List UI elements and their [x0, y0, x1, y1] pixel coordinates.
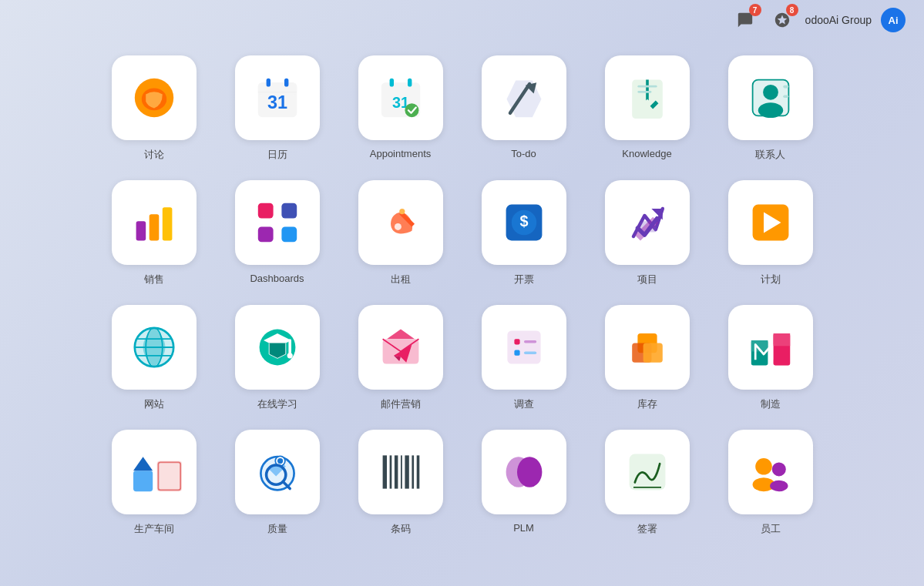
app-item-todo[interactable]: To-do	[470, 55, 578, 162]
user-avatar[interactable]: Ai	[881, 8, 906, 32]
svg-rect-27	[257, 226, 273, 242]
app-icon-calendar: 31	[235, 55, 320, 140]
svg-rect-65	[158, 462, 180, 490]
svg-point-20	[758, 102, 782, 118]
svg-point-30	[394, 223, 401, 230]
app-item-dashboards[interactable]: Dashboards	[223, 180, 331, 286]
app-icon-plan	[728, 180, 813, 265]
svg-rect-52	[524, 340, 536, 343]
app-icon-discuss	[112, 55, 197, 140]
app-label-rental: 出租	[391, 273, 411, 286]
messages-badge: 7	[749, 4, 761, 16]
app-item-email[interactable]: 邮件营销	[347, 305, 455, 411]
app-icon-employee	[728, 430, 813, 514]
app-icon-workshop	[112, 430, 197, 514]
app-item-inventory[interactable]: 库存	[593, 305, 701, 411]
svg-rect-49	[507, 330, 540, 363]
app-item-elearning[interactable]: 在线学习	[223, 305, 331, 411]
svg-rect-53	[524, 351, 536, 354]
svg-rect-56	[643, 343, 662, 363]
svg-rect-51	[514, 350, 519, 356]
app-icon-email	[358, 305, 443, 390]
app-label-elearning: 在线学习	[257, 397, 297, 411]
app-item-rental[interactable]: 出租	[347, 180, 455, 286]
app-item-calendar[interactable]: 31 日历	[223, 55, 331, 162]
app-item-manufacture[interactable]: 制造	[717, 305, 825, 411]
app-label-sign: 签署	[637, 522, 657, 536]
svg-rect-74	[394, 455, 398, 488]
app-label-email: 邮件营销	[381, 397, 421, 411]
svg-rect-17	[637, 91, 651, 93]
svg-rect-12	[408, 79, 412, 87]
app-label-calendar: 日历	[267, 148, 287, 162]
app-icon-appointments: 31	[358, 55, 443, 140]
app-item-sign[interactable]: 签署	[593, 430, 701, 536]
app-item-website[interactable]: 网站	[100, 305, 208, 411]
app-grid: 讨论 31 日历 31 Appointments To-do Knowledg	[0, 40, 924, 567]
svg-marker-61	[773, 333, 790, 346]
app-item-invoicing[interactable]: $ 开票	[470, 180, 578, 286]
svg-rect-46	[288, 339, 291, 354]
svg-rect-16	[637, 85, 657, 88]
app-icon-knowledge	[605, 55, 690, 140]
app-label-website: 网站	[144, 397, 164, 411]
app-item-barcode[interactable]: 条码	[347, 430, 455, 536]
svg-rect-5	[257, 82, 296, 92]
app-item-project[interactable]: 项目	[593, 180, 701, 286]
svg-text:$: $	[519, 213, 528, 229]
svg-marker-63	[133, 457, 153, 470]
svg-rect-81	[629, 454, 665, 491]
app-item-survey[interactable]: 调查	[470, 305, 578, 411]
app-icon-sales	[112, 180, 197, 265]
app-item-appointments[interactable]: 31 Appointments	[347, 55, 455, 162]
app-item-plan[interactable]: 计划	[717, 180, 825, 286]
activity-button[interactable]: 8	[768, 6, 796, 34]
app-icon-project	[605, 180, 690, 265]
topbar: 7 8 odooAi Group Ai	[0, 0, 924, 40]
svg-rect-21	[783, 85, 788, 89]
app-icon-todo	[482, 55, 566, 140]
svg-rect-72	[382, 455, 386, 488]
app-icon-website	[112, 305, 197, 390]
svg-rect-23	[136, 221, 146, 240]
app-icon-rental	[358, 180, 443, 265]
svg-rect-26	[257, 203, 273, 219]
app-item-sales[interactable]: 销售	[100, 180, 208, 286]
app-label-contacts: 联系人	[755, 148, 785, 162]
app-item-plm[interactable]: PLM	[470, 430, 578, 536]
svg-rect-50	[514, 339, 519, 344]
svg-rect-62	[133, 470, 153, 491]
svg-point-69	[277, 458, 283, 464]
app-item-quality[interactable]: 质量	[223, 430, 331, 536]
app-item-employee[interactable]: 员工	[717, 430, 825, 536]
app-item-discuss[interactable]: 讨论	[100, 55, 208, 162]
app-item-knowledge[interactable]: Knowledge	[593, 55, 701, 162]
messages-button[interactable]: 7	[731, 6, 759, 34]
app-icon-dashboards	[235, 180, 320, 265]
app-label-invoicing: 开票	[514, 273, 534, 286]
svg-rect-29	[281, 226, 297, 242]
app-icon-sign	[605, 430, 690, 514]
app-item-contacts[interactable]: 联系人	[717, 55, 825, 162]
svg-rect-22	[783, 95, 788, 98]
svg-rect-76	[405, 455, 408, 488]
svg-rect-73	[389, 455, 391, 488]
app-item-workshop[interactable]: 生产车间	[100, 430, 208, 536]
app-icon-inventory	[605, 305, 690, 390]
app-label-quality: 质量	[267, 522, 287, 536]
app-label-plan: 计划	[761, 273, 781, 286]
app-label-manufacture: 制造	[761, 397, 781, 411]
svg-point-31	[399, 209, 405, 214]
app-label-inventory: 库存	[637, 397, 657, 411]
svg-rect-7	[266, 79, 270, 87]
svg-rect-77	[412, 455, 414, 488]
svg-rect-25	[162, 207, 172, 240]
svg-point-86	[770, 481, 788, 491]
svg-rect-78	[416, 455, 419, 488]
svg-rect-11	[389, 79, 393, 87]
app-label-workshop: 生产车间	[134, 522, 174, 536]
app-label-plm: PLM	[513, 522, 534, 534]
app-icon-invoicing: $	[482, 180, 566, 265]
app-label-todo: To-do	[511, 148, 536, 159]
app-icon-survey	[482, 305, 566, 390]
